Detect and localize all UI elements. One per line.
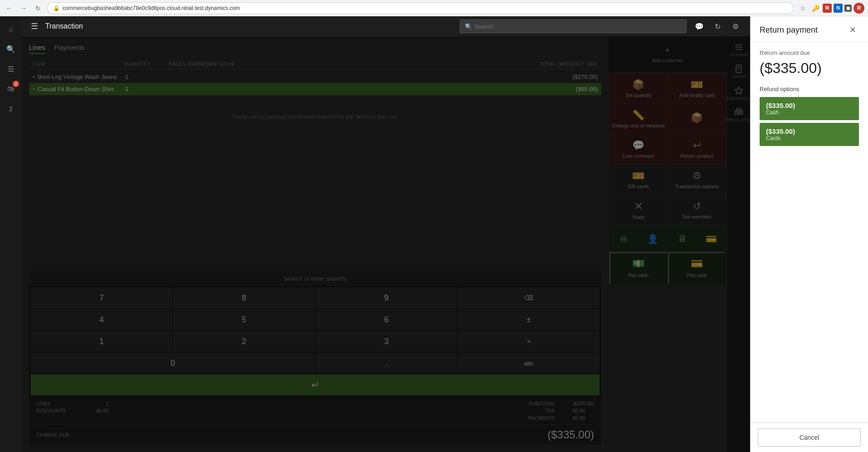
pay-tiles: 💵 Pay cash 💳 Pay card <box>609 252 727 285</box>
action-grid: 📦 Set quantity 🎫 Add loyalty card 📏 Chan… <box>609 73 727 225</box>
refund-option-cash[interactable]: ($335.00) Cash <box>760 97 859 120</box>
sidebar-menu-icon[interactable]: ☰ <box>2 60 20 78</box>
refresh-action-button[interactable]: ↻ <box>710 19 725 34</box>
header-actions: 💬 ↻ ⚙ <box>692 19 743 34</box>
search-bar[interactable]: 🔍 <box>460 19 687 33</box>
table-row-selected[interactable]: ▾ Casual Fit Button-Down Shirt -1 ($65.0… <box>29 83 601 95</box>
pay-card-tile[interactable]: 💳 Pay card <box>668 252 726 284</box>
return-product-tile[interactable]: ↩ Return product <box>668 134 726 164</box>
tax-overrides-label: Tax overrides <box>682 214 712 219</box>
return-panel-body: Return amount due ($335.00) Refund optio… <box>751 42 868 423</box>
lines-value: 2 <box>91 401 109 406</box>
item-name-2: Casual Fit Button-Down Shirt <box>38 86 114 92</box>
set-quantity-tile[interactable]: 📦 Set quantity <box>610 73 667 103</box>
refund-option-cards[interactable]: ($335.00) Cards <box>760 123 859 146</box>
gift-cards-label: Gift cards <box>628 184 649 189</box>
refund-cards-type: Cards <box>766 135 853 141</box>
sidebar-home-icon[interactable]: ⌂ <box>2 20 20 38</box>
payments-label: PAYMENTS <box>518 415 555 421</box>
top-header: ☰ Transaction 🔍 💬 ↻ ⚙ <box>22 16 750 36</box>
settings-button[interactable]: ⚙ <box>728 19 743 34</box>
small-tile-4[interactable]: 💳 <box>697 226 726 251</box>
tax-overrides-tile[interactable]: ↺ Tax overrides <box>668 195 726 224</box>
return-amount-value: ($335.00) <box>760 60 859 77</box>
small-tile-3[interactable]: 🖥 <box>668 226 697 251</box>
numpad-5[interactable]: 5 <box>173 309 315 330</box>
chat-button[interactable]: 💬 <box>692 19 707 34</box>
user-circle-icon: 👤 <box>647 233 658 244</box>
summary-right: SUBTOTAL ($335.00) TAX $0.00 PAYMENTS $0… <box>518 401 594 421</box>
numpad-backspace[interactable]: ⌫ <box>458 287 600 308</box>
subtotal-value: ($335.00) <box>573 401 594 406</box>
small-tile-1[interactable]: ⊖ <box>610 226 638 251</box>
numpad-9[interactable]: 9 <box>316 287 457 308</box>
sidebar-number-icon[interactable]: 2 <box>2 100 20 118</box>
key-icon[interactable]: 🔑 <box>810 3 821 14</box>
transaction-options-tile[interactable]: ⚙ Transaction options <box>668 165 726 194</box>
table-row[interactable]: ▾ Boot-Leg Vintage Wash Jeans -1 ($270.0… <box>29 71 601 83</box>
line-comment-tile[interactable]: 💬 Line comment <box>610 134 667 164</box>
numpad-6[interactable]: 6 <box>316 309 457 330</box>
numpad-3[interactable]: 3 <box>316 331 457 352</box>
change-uom-tile[interactable]: 📏 Change unit of measure <box>610 104 667 133</box>
numpad-7[interactable]: 7 <box>31 287 172 308</box>
quantity-search-input[interactable] <box>29 272 601 286</box>
item-name: Boot-Leg Vintage Wash Jeans <box>38 73 117 80</box>
item-quantity-2: -1 <box>123 86 169 92</box>
transaction-options-label: Transaction options <box>675 184 719 189</box>
search-input[interactable] <box>475 23 682 30</box>
line-comment-icon: 💬 <box>632 140 644 151</box>
return-panel-close-button[interactable]: ✕ <box>846 24 859 36</box>
numpad-8[interactable]: 8 <box>173 287 315 308</box>
cancel-button[interactable]: Cancel <box>758 428 861 447</box>
cash-icon: 💵 <box>632 258 644 270</box>
card-icon: 🖥 <box>678 233 687 244</box>
numpad-0[interactable]: 0 <box>31 353 315 374</box>
small-tile-2[interactable]: 👤 <box>639 226 668 251</box>
extension-icon-1: M <box>823 4 832 13</box>
numpad-plusminus[interactable]: ± <box>458 309 600 330</box>
sidebar-search-icon[interactable]: 🔍 <box>2 40 20 58</box>
discounts-value: $0.00 <box>91 408 109 413</box>
profile-icon[interactable]: R <box>853 3 864 14</box>
numpad-4[interactable]: 4 <box>31 309 172 330</box>
numpad-enter[interactable]: ↵ <box>31 374 600 395</box>
numpad-multiply[interactable]: × <box>458 331 600 352</box>
set-quantity-label: Set quantity <box>625 92 651 98</box>
address-bar[interactable]: 🔒 commercebugbashea9b6abc78e0c9d8pos.clo… <box>47 2 794 14</box>
return-amount-label: Return amount due <box>760 49 859 56</box>
payments-value: $0.00 <box>573 415 585 421</box>
tab-payments[interactable]: Payments <box>54 44 85 54</box>
back-button[interactable]: ← <box>4 3 15 14</box>
sidebar-actions-icon[interactable]: ACTIONS <box>729 40 749 60</box>
subtotal-label: SUBTOTAL <box>518 401 555 406</box>
sidebar-products-icon[interactable]: PRODUCTS <box>729 105 749 125</box>
voids-tile[interactable]: ✕ Voids <box>610 195 667 224</box>
numpad-decimal[interactable]: . <box>316 353 457 374</box>
numpad-abc[interactable]: abc <box>458 353 600 374</box>
order-table: ITEM QUANTITY SALES REPRESENTATIVE TOTAL… <box>29 59 601 95</box>
lines-area: Lines Payments ITEM QUANTITY SALES REPRE… <box>22 36 609 452</box>
chevron-icon: ▾ <box>33 74 35 79</box>
pay-cash-tile[interactable]: 💵 Pay cash <box>610 252 667 284</box>
tab-lines[interactable]: Lines <box>29 44 45 54</box>
unknown-tile[interactable]: 📦 <box>668 104 726 133</box>
action-panel-wrapper: + Add customer 📦 Set quantity 🎫 Add loya… <box>609 36 750 452</box>
add-loyalty-tile[interactable]: 🎫 Add loyalty card <box>668 73 726 103</box>
hamburger-button[interactable]: ☰ <box>29 19 40 33</box>
sidebar-discounts-icon[interactable]: DISCOUNTS <box>729 83 749 103</box>
star-button[interactable]: ☆ <box>797 3 808 14</box>
numpad-1[interactable]: 1 <box>31 331 172 352</box>
forward-button[interactable]: → <box>18 3 29 14</box>
add-customer-button[interactable]: + Add customer <box>649 42 687 67</box>
numpad-2[interactable]: 2 <box>173 331 315 352</box>
lines-label: LINES <box>36 401 73 406</box>
refresh-button[interactable]: ↻ <box>33 3 44 14</box>
tax-label: TAX <box>518 408 555 413</box>
sidebar-cart-icon[interactable]: 🛍 <box>2 80 20 98</box>
gift-cards-tile[interactable]: 🎫 Gift cards <box>610 165 667 194</box>
tabs-row: Lines Payments <box>29 44 601 54</box>
refund-cash-type: Cash <box>766 109 853 116</box>
products-sidebar-label: PRODUCTS <box>727 118 750 122</box>
sidebar-order-icon[interactable]: ORDER <box>729 62 749 82</box>
